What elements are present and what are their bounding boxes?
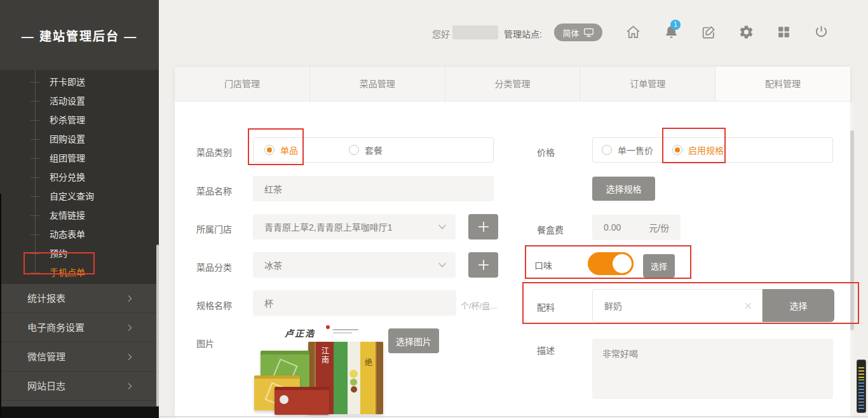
dish-name-input[interactable]: 红茶 [253, 176, 494, 201]
content-panel: 门店管理 菜品管理 分类管理 订单管理 配料管理 菜品类别 单品 套餐 菜品名称… [175, 67, 850, 418]
photo-brand-text: 卢正浩 [285, 327, 315, 339]
sidebar-item-custom-query[interactable]: 自定义查询 [0, 187, 159, 206]
sidebar-section-site-log[interactable]: 网站日志 [0, 372, 159, 401]
sidebar-section-ecommerce[interactable]: 电子商务设置 [0, 313, 159, 342]
edit-button[interactable] [700, 24, 717, 41]
tab-order-management[interactable]: 订单管理 [580, 67, 715, 101]
sidebar-item-dynamic-form[interactable]: 动态表单 [0, 225, 159, 244]
chevron-right-icon [125, 323, 135, 333]
photo-box-text: 绝 [363, 342, 374, 367]
radio-combo-label[interactable]: 套餐 [365, 144, 383, 156]
sidebar-item-teamgroup[interactable]: 组团管理 [0, 149, 159, 168]
sidebar-item-card-gift[interactable]: 开卡即送 [0, 72, 159, 91]
power-icon [813, 24, 829, 40]
flavor-toggle[interactable] [588, 252, 634, 275]
box-fee-unit: 元/份 [649, 221, 669, 234]
home-button[interactable] [625, 24, 641, 41]
sidebar-sections: 统计报表 电子商务设置 微信管理 网站日志 [0, 284, 159, 418]
clear-icon[interactable] [743, 301, 753, 311]
radio-single-item-label[interactable]: 单品 [280, 144, 298, 156]
plus-icon [476, 257, 491, 273]
dish-type-radio-group: 单品 套餐 [253, 137, 494, 163]
flavor-label: 口味 [534, 259, 552, 271]
store-label: 所属门店 [196, 222, 232, 235]
capture-widget[interactable] [857, 360, 866, 413]
sidebar-item-mobile-order[interactable]: 手机点单 [0, 263, 159, 282]
photo-brand-seal [326, 325, 330, 329]
image-label: 图片 [196, 337, 214, 349]
description-label: 描述 [537, 344, 555, 356]
screen-bottom-edge [159, 416, 868, 417]
sidebar-item-seckill[interactable]: 秒杀管理 [0, 111, 159, 130]
spec-name-label: 规格名称 [196, 299, 232, 311]
notifications-button[interactable]: 1 [663, 24, 679, 41]
price-label: 价格 [537, 145, 555, 158]
add-store-button[interactable] [468, 214, 498, 239]
sidebar-scrollbar[interactable] [156, 245, 159, 407]
tab-bar: 门店管理 菜品管理 分类管理 订单管理 配料管理 [175, 67, 850, 102]
chevron-right-icon [125, 381, 135, 391]
dish-name-label: 菜品名称 [196, 184, 232, 197]
radio-single-item[interactable] [264, 145, 275, 155]
tab-dish-management[interactable]: 菜品管理 [309, 67, 445, 101]
sidebar-item-booking[interactable]: 预约 [0, 244, 159, 263]
box-fee-value: 0.00 [604, 222, 621, 233]
monitor-icon [583, 28, 594, 37]
choose-spec-button[interactable]: 选择规格 [592, 177, 655, 201]
tab-store-management[interactable]: 门店管理 [175, 67, 309, 101]
dish-edit-form: 菜品类别 单品 套餐 菜品名称 红茶 所属门店 青青原上草2,青青原上草咖啡厅1… [175, 102, 850, 418]
description-textarea[interactable]: 非常好喝 [592, 339, 833, 399]
store-select[interactable]: 青青原上草2,青青原上草咖啡厅1 [253, 214, 456, 239]
home-icon [625, 24, 641, 40]
box-fee-input[interactable]: 0.00 元/份 [592, 215, 681, 240]
edit-icon [701, 24, 717, 40]
app-title-text: — 建站管理后台 — [22, 27, 138, 44]
radio-single-price-label[interactable]: 单一售价 [618, 144, 653, 156]
grid-icon [776, 24, 792, 40]
flavor-choose-button[interactable]: 选择 [643, 254, 675, 278]
sidebar-item-activity[interactable]: 活动设置 [0, 91, 159, 111]
radio-enable-spec-label[interactable]: 启用规格 [688, 144, 724, 156]
ingredient-input[interactable]: 鲜奶 [592, 289, 763, 322]
settings-button[interactable] [738, 24, 754, 41]
censored-username [452, 25, 498, 39]
tab-category-management[interactable]: 分类管理 [445, 67, 580, 101]
dish-type-label: 菜品类别 [196, 145, 232, 158]
category-label: 菜品分类 [196, 260, 232, 273]
ingredient-choose-button[interactable]: 选择 [763, 289, 834, 322]
greeting-text: 您好 [432, 27, 450, 40]
spec-name-input[interactable]: 杯 [253, 290, 456, 316]
chevron-right-icon [125, 293, 135, 304]
sidebar-item-links[interactable]: 友情链接 [0, 206, 159, 225]
sidebar-menu: 开卡即送 活动设置 秒杀管理 团购设置 组团管理 积分兑换 自定义查询 友情链接… [0, 70, 159, 285]
sidebar-item-groupbuy[interactable]: 团购设置 [0, 130, 159, 149]
chevron-down-icon[interactable] [437, 221, 448, 233]
radio-single-price[interactable] [602, 145, 612, 155]
logout-button[interactable] [813, 24, 829, 41]
radio-combo[interactable] [349, 145, 359, 155]
manage-site-label: 管理站点: [504, 27, 542, 40]
sidebar-footer-strip [0, 407, 159, 418]
apps-button[interactable] [775, 24, 792, 41]
tab-ingredient-management[interactable]: 配料管理 [715, 67, 850, 101]
photo-red-box [275, 387, 329, 415]
box-fee-label: 餐盒费 [537, 223, 564, 236]
screen: — 建站管理后台 — 开卡即送 活动设置 秒杀管理 团购设置 组团管理 积分兑换… [0, 0, 868, 418]
screen-left-edge [0, 194, 1, 418]
spec-name-hint: 个/杯/盘... [461, 299, 497, 311]
choose-image-button[interactable]: 选择图片 [388, 328, 439, 353]
sidebar-section-statistics[interactable]: 统计报表 [0, 284, 159, 313]
radio-enable-spec[interactable] [672, 145, 682, 155]
add-category-button[interactable] [468, 252, 498, 278]
content-scrollbar[interactable] [850, 130, 854, 330]
plus-icon [476, 219, 491, 234]
sidebar-section-wechat[interactable]: 微信管理 [0, 342, 159, 372]
photo-box-text: 江南 [320, 342, 330, 365]
chevron-right-icon [125, 352, 135, 362]
ingredient-label: 配料 [537, 300, 555, 313]
notification-badge: 1 [670, 20, 681, 30]
category-select[interactable]: 冰茶 [253, 252, 456, 278]
sidebar-item-points[interactable]: 积分兑换 [0, 168, 159, 187]
chevron-down-icon[interactable] [437, 259, 448, 271]
language-button[interactable]: 简体 [554, 24, 602, 41]
